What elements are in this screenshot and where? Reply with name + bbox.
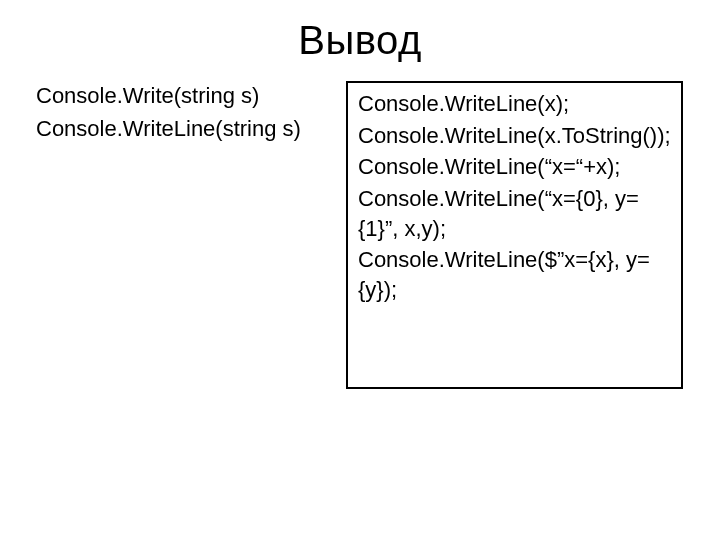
code-line: Console.WriteLine(“x={0}, y={1}”, x,y);: [358, 184, 671, 243]
slide-title: Вывод: [0, 0, 720, 81]
code-line: Console.Write(string s): [36, 81, 326, 112]
code-line: Console.WriteLine(string s): [36, 114, 326, 145]
code-line: Console.WriteLine(“x=“+x);: [358, 152, 671, 182]
code-line: Console.WriteLine(x.ToString());: [358, 121, 671, 151]
code-line: Console.WriteLine($”x={x}, y={y});: [358, 245, 671, 304]
content-area: Console.Write(string s) Console.WriteLin…: [0, 81, 720, 389]
left-column: Console.Write(string s) Console.WriteLin…: [36, 81, 326, 389]
slide: Вывод Console.Write(string s) Console.Wr…: [0, 0, 720, 540]
right-column-box: Console.WriteLine(x); Console.WriteLine(…: [346, 81, 683, 389]
code-line: Console.WriteLine(x);: [358, 89, 671, 119]
